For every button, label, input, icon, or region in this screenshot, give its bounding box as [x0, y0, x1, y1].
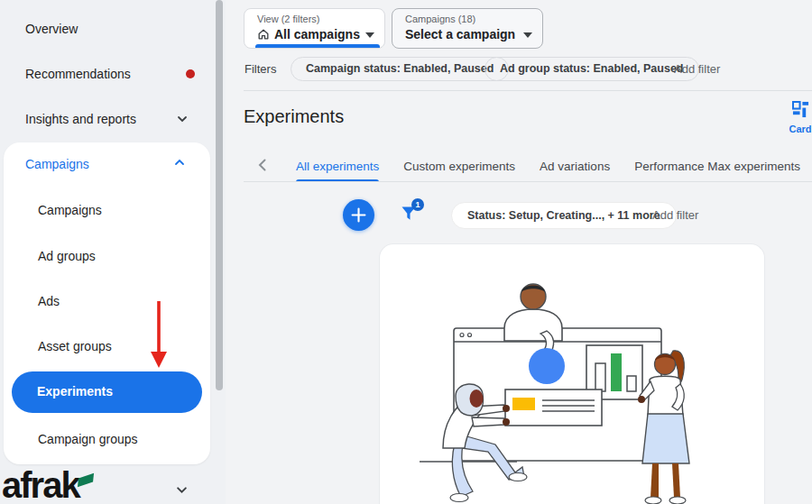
blue-circle-graphic [529, 348, 565, 384]
main-content: View (2 filters) All campaigns Campaigns… [226, 0, 812, 504]
chevron-left-icon[interactable] [256, 158, 269, 176]
experiments-illustration [380, 244, 764, 504]
afrak-watermark-logo: afrak [2, 465, 79, 504]
left-navigation: Overview Recommendations Insights and re… [0, 0, 226, 504]
sidebar-item-ads[interactable]: Ads [38, 294, 60, 308]
sidebar-item-experiments-label: Experiments [37, 384, 113, 399]
sidebar-item-campaigns-parent[interactable]: Campaigns [25, 157, 89, 171]
sidebar-item-insights-and-reports[interactable]: Insights and reports [25, 112, 136, 126]
active-view-underline [255, 44, 380, 48]
home-icon [257, 28, 270, 41]
campaign-selector-value: Select a campaign [405, 27, 515, 41]
view-selector-value: All campaigns [274, 27, 360, 41]
notification-dot-icon [186, 69, 195, 78]
sidebar-item-asset-groups[interactable]: Asset groups [38, 339, 112, 353]
text-card-graphic [505, 389, 602, 426]
dropdown-caret-icon [365, 32, 374, 38]
create-experiment-button[interactable] [343, 199, 374, 231]
card-view-toggle[interactable]: Card [780, 101, 812, 134]
red-down-arrow-annotation [148, 299, 170, 371]
add-filter-button[interactable]: Add filter [674, 62, 720, 76]
chevron-up-icon[interactable] [174, 157, 185, 168]
sidebar-item-recommendations[interactable]: Recommendations [25, 67, 131, 81]
chevron-down-icon[interactable] [177, 114, 188, 124]
campaign-selector-dropdown[interactable]: Campaigns (18) Select a campaign [392, 8, 543, 49]
chevron-down-icon[interactable] [176, 484, 187, 495]
sidebar-item-campaigns[interactable]: Campaigns [38, 203, 102, 217]
tab-performance-max-experiments[interactable]: Performance Max experiments [634, 160, 800, 182]
page-title: Experiments [244, 106, 344, 127]
campaign-selector-label: Campaigns (18) [405, 14, 475, 24]
experiments-empty-state-card [379, 243, 765, 504]
ad-group-status-filter-chip[interactable]: Ad group status: Enabled, Paused [484, 57, 699, 81]
tab-all-experiments[interactable]: All experiments [296, 160, 379, 182]
sidebar-item-overview[interactable]: Overview [25, 22, 78, 36]
add-filter-button[interactable]: Add filter [652, 208, 698, 222]
view-selector-label: View (2 filters) [257, 14, 319, 24]
view-selector-dropdown[interactable]: View (2 filters) All campaigns [244, 8, 385, 49]
sidebar-item-ad-groups[interactable]: Ad groups [38, 249, 96, 263]
tab-custom-experiments[interactable]: Custom experiments [403, 160, 515, 182]
sidebar-scrollbar[interactable] [216, 0, 223, 390]
campaign-status-filter-chip[interactable]: Campaign status: Enabled, Paused [291, 57, 509, 81]
dropdown-caret-icon [523, 32, 532, 38]
filters-bar-label: Filters [245, 62, 276, 76]
sidebar-item-campaign-groups[interactable]: Campaign groups [38, 432, 138, 446]
card-view-icon [792, 101, 809, 122]
filter-count-badge: 1 [411, 198, 424, 211]
add-icon [351, 207, 366, 223]
sidebar-item-experiments-selected[interactable]: Experiments [12, 371, 202, 413]
google-ads-experiments-page: Overview Recommendations Insights and re… [0, 0, 812, 504]
campaigns-nav-group: Campaigns Campaigns Ad groups Ads Asset … [4, 142, 210, 464]
tab-ad-variations[interactable]: Ad variations [540, 160, 610, 182]
card-view-toggle-label: Card [780, 124, 812, 134]
section-divider [244, 90, 812, 91]
tab-bar-divider [244, 181, 812, 182]
experiments-tab-bar: All experiments Custom experiments Ad va… [296, 160, 800, 182]
afrak-logo-accent [78, 473, 94, 487]
status-filter-chip[interactable]: Status: Setup, Creating..., + 11 more [451, 202, 677, 229]
